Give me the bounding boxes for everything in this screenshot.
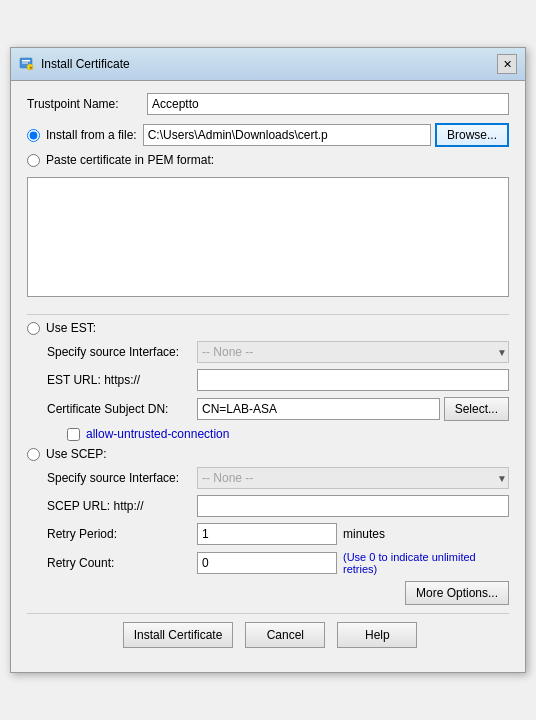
use-scep-header: Use SCEP: — [27, 447, 509, 461]
scep-source-label: Specify source Interface: — [47, 471, 197, 485]
retry-period-input[interactable] — [197, 523, 337, 545]
cert-dn-input[interactable] — [197, 398, 440, 420]
trustpoint-input[interactable] — [147, 93, 509, 115]
svg-rect-1 — [22, 60, 30, 62]
cert-dn-row: Certificate Subject DN: Select... — [47, 397, 509, 421]
trustpoint-label: Trustpoint Name: — [27, 97, 147, 111]
use-est-radio[interactable] — [27, 322, 40, 335]
scep-section: Use SCEP: Specify source Interface: -- N… — [27, 447, 509, 575]
install-certificate-button[interactable]: Install Certificate — [123, 622, 234, 648]
paste-pem-label[interactable]: Paste certificate in PEM format: — [46, 153, 214, 167]
retry-count-input[interactable] — [197, 552, 337, 574]
est-url-input[interactable] — [197, 369, 509, 391]
est-url-label: EST URL: https:// — [47, 373, 197, 387]
title-bar: ★ Install Certificate ✕ — [11, 48, 525, 81]
retry-period-label: Retry Period: — [47, 527, 197, 541]
install-file-radio[interactable] — [27, 129, 40, 142]
est-source-dropdown-container: -- None -- ▼ — [197, 341, 509, 363]
scep-source-row: Specify source Interface: -- None -- ▼ — [47, 467, 509, 489]
scep-url-row: SCEP URL: http:// — [47, 495, 509, 517]
scep-source-select[interactable]: -- None -- — [197, 467, 509, 489]
use-scep-label[interactable]: Use SCEP: — [46, 447, 107, 461]
more-options-row: More Options... — [27, 581, 509, 605]
use-est-header: Use EST: — [27, 321, 509, 335]
est-source-select[interactable]: -- None -- — [197, 341, 509, 363]
est-url-row: EST URL: https:// — [47, 369, 509, 391]
trustpoint-row: Trustpoint Name: — [27, 93, 509, 115]
est-options: Specify source Interface: -- None -- ▼ E… — [27, 341, 509, 441]
install-file-label[interactable]: Install from a file: — [46, 128, 137, 142]
dialog-content: Trustpoint Name: Install from a file: Br… — [11, 81, 525, 672]
certificate-icon: ★ — [19, 56, 35, 72]
allow-untrusted-label[interactable]: allow-untrusted-connection — [86, 427, 229, 441]
browse-button[interactable]: Browse... — [435, 123, 509, 147]
scep-url-label: SCEP URL: http:// — [47, 499, 197, 513]
install-file-row: Install from a file: Browse... — [27, 123, 509, 147]
title-bar-left: ★ Install Certificate — [19, 56, 130, 72]
use-est-label[interactable]: Use EST: — [46, 321, 96, 335]
install-certificate-dialog: ★ Install Certificate ✕ Trustpoint Name:… — [10, 47, 526, 673]
retry-count-hint: (Use 0 to indicate unlimited retries) — [343, 551, 509, 575]
svg-rect-2 — [22, 63, 28, 64]
more-options-button[interactable]: More Options... — [405, 581, 509, 605]
paste-pem-row: Paste certificate in PEM format: — [27, 153, 509, 167]
svg-text:★: ★ — [29, 65, 33, 70]
footer-buttons: Install Certificate Cancel Help — [27, 613, 509, 660]
allow-untrusted-row: allow-untrusted-connection — [47, 427, 509, 441]
retry-period-suffix: minutes — [343, 527, 385, 541]
scep-source-dropdown-container: -- None -- ▼ — [197, 467, 509, 489]
est-source-row: Specify source Interface: -- None -- ▼ — [47, 341, 509, 363]
divider-1 — [27, 314, 509, 315]
use-scep-radio[interactable] — [27, 448, 40, 461]
close-button[interactable]: ✕ — [497, 54, 517, 74]
allow-untrusted-checkbox[interactable] — [67, 428, 80, 441]
dialog-title: Install Certificate — [41, 57, 130, 71]
pem-textarea[interactable] — [27, 177, 509, 297]
help-button[interactable]: Help — [337, 622, 417, 648]
est-source-label: Specify source Interface: — [47, 345, 197, 359]
est-section: Use EST: Specify source Interface: -- No… — [27, 321, 509, 441]
select-button[interactable]: Select... — [444, 397, 509, 421]
cert-dn-label: Certificate Subject DN: — [47, 402, 197, 416]
retry-count-row: Retry Count: (Use 0 to indicate unlimite… — [47, 551, 509, 575]
file-path-input[interactable] — [143, 124, 431, 146]
scep-url-input[interactable] — [197, 495, 509, 517]
retry-count-label: Retry Count: — [47, 556, 197, 570]
paste-pem-section: Paste certificate in PEM format: — [27, 153, 509, 308]
cancel-button[interactable]: Cancel — [245, 622, 325, 648]
paste-pem-radio[interactable] — [27, 154, 40, 167]
scep-options: Specify source Interface: -- None -- ▼ S… — [27, 467, 509, 575]
retry-period-row: Retry Period: minutes — [47, 523, 509, 545]
